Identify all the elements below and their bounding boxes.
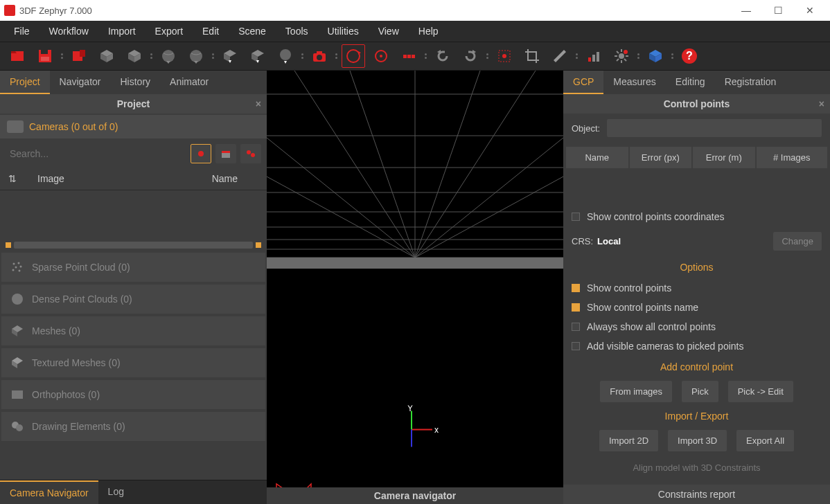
scroll-track[interactable] (14, 242, 253, 249)
menu-export[interactable]: Export (145, 21, 193, 41)
opt-always-show-all[interactable]: Always show all control points (563, 317, 830, 336)
col-image[interactable]: Image (37, 173, 64, 184)
ruler-icon[interactable] (548, 44, 572, 68)
checkbox-icon[interactable] (572, 342, 580, 350)
opt-add-visible-cameras[interactable]: Add visible cameras to picked points (563, 336, 830, 356)
change-crs-button[interactable]: Change (773, 232, 822, 251)
tab-animator[interactable]: Animator (160, 71, 218, 94)
opt-label: Add visible cameras to picked points (587, 341, 743, 352)
opt-show-control-points[interactable]: Show control points (563, 278, 830, 298)
crop-icon[interactable] (520, 44, 544, 68)
pick-edit-button[interactable]: Pick -> Edit (728, 381, 793, 402)
tree-label: Textured Meshes (0) (32, 357, 121, 368)
chart-icon[interactable] (582, 44, 606, 68)
gcp-col-error-px[interactable]: Error (px) (630, 147, 692, 168)
svg-point-13 (162, 50, 175, 62)
tree-orthophotos[interactable]: Orthophotos (0) (1, 380, 265, 409)
svg-point-27 (317, 55, 322, 60)
settings-icon[interactable] (610, 44, 633, 68)
filter-camera-icon[interactable] (191, 144, 211, 163)
menu-view[interactable]: View (369, 21, 409, 41)
tab-navigator[interactable]: Navigator (50, 71, 111, 94)
rotate-icon[interactable] (369, 44, 393, 68)
new-project-icon[interactable] (6, 44, 29, 68)
pan-icon[interactable] (397, 44, 421, 68)
tab-editing[interactable]: Editing (666, 71, 715, 94)
gcp-col-images[interactable]: # Images (757, 147, 827, 168)
import-2d-button[interactable]: Import 2D (599, 430, 658, 451)
menu-utilities[interactable]: Utilities (318, 21, 369, 41)
panel-close-icon[interactable]: × (256, 98, 261, 109)
panel-close-icon[interactable]: × (819, 98, 824, 109)
camera-icon[interactable] (308, 44, 331, 68)
scroll-dot-left[interactable] (6, 242, 11, 248)
close-button[interactable]: ✕ (794, 0, 826, 21)
cube-up-1-icon[interactable] (218, 44, 242, 68)
menu-tools[interactable]: Tools (276, 21, 318, 41)
redo-icon[interactable] (459, 44, 482, 68)
sphere-2-icon[interactable] (184, 44, 208, 68)
tab-gcp[interactable]: GCP (563, 71, 603, 94)
btab-log[interactable]: Log (98, 480, 134, 504)
minimize-button[interactable]: — (730, 0, 762, 21)
opt-show-cp-name[interactable]: Show control points name (563, 298, 830, 317)
export-all-button[interactable]: Export All (736, 430, 794, 451)
tree-dense-point-clouds[interactable]: Dense Point Clouds (0) (1, 285, 265, 314)
menu-scene[interactable]: Scene (229, 21, 276, 41)
maximize-button[interactable]: ☐ (762, 0, 794, 21)
checkbox-icon[interactable] (572, 303, 580, 312)
show-coords-row[interactable]: Show control points coordinates (563, 207, 830, 226)
menu-edit[interactable]: Edit (193, 21, 229, 41)
wizard-icon[interactable] (67, 44, 91, 68)
undo-icon[interactable] (431, 44, 454, 68)
menu-help[interactable]: Help (409, 21, 448, 41)
cameras-label: Cameras (0 out of 0) (29, 121, 118, 132)
orbit-icon[interactable] (342, 44, 365, 68)
left-panel: Project Navigator History Animator Proje… (0, 71, 267, 504)
checkbox-icon[interactable] (572, 323, 580, 331)
tab-project[interactable]: Project (0, 71, 50, 94)
import-3d-button[interactable]: Import 3D (668, 430, 727, 451)
filter-link-icon[interactable] (240, 144, 261, 163)
sphere-1-icon[interactable] (157, 44, 180, 68)
viewport-3d[interactable]: x Y (267, 71, 563, 504)
io-title: Import / Export (563, 405, 830, 427)
scroll-dot-right[interactable] (256, 242, 261, 248)
cube-2-icon[interactable] (123, 44, 146, 68)
scroll-indicator (0, 239, 267, 251)
tree-sparse-point-cloud[interactable]: Sparse Point Cloud (0) (1, 253, 265, 282)
col-name[interactable]: Name (212, 173, 238, 184)
search-row (0, 140, 267, 168)
menu-import[interactable]: Import (98, 21, 145, 41)
checkbox-icon[interactable] (572, 284, 580, 292)
col-toggle[interactable]: ⇅ (8, 173, 21, 184)
cube-up-2-icon[interactable] (246, 44, 270, 68)
menu-workflow[interactable]: Workflow (39, 21, 98, 41)
gcp-col-error-m[interactable]: Error (m) (693, 147, 755, 168)
menu-file[interactable]: File (4, 21, 39, 41)
tree-meshes[interactable]: Meshes (0) (1, 316, 265, 345)
sphere-up-icon[interactable] (274, 44, 297, 68)
help-icon[interactable]: ? (678, 44, 701, 68)
save-icon[interactable] (33, 44, 57, 68)
svg-point-61 (247, 150, 251, 154)
align-model-text[interactable]: Align model with 3D Constraints (563, 454, 830, 481)
cameras-row[interactable]: Cameras (0 out of 0) (0, 115, 267, 138)
tab-history[interactable]: History (111, 71, 161, 94)
from-images-button[interactable]: From images (600, 381, 672, 402)
checkbox-icon[interactable] (572, 213, 580, 221)
object-field[interactable] (607, 119, 822, 137)
cube-1-icon[interactable] (95, 44, 118, 68)
tab-measures[interactable]: Measures (603, 71, 665, 94)
gcp-col-name[interactable]: Name (566, 147, 628, 168)
tab-registration[interactable]: Registration (715, 71, 786, 94)
cube-blue-icon[interactable] (644, 44, 667, 68)
tree-drawing-elements[interactable]: Drawing Elements (0) (1, 412, 265, 441)
tree-textured-meshes[interactable]: Textured Meshes (0) (1, 348, 265, 377)
filter-calendar-icon[interactable] (215, 144, 236, 163)
svg-rect-74 (12, 390, 23, 399)
bounding-box-icon[interactable] (493, 44, 516, 68)
pick-button[interactable]: Pick (682, 381, 718, 402)
btab-camera-navigator[interactable]: Camera Navigator (0, 480, 98, 504)
search-input[interactable] (6, 144, 186, 163)
